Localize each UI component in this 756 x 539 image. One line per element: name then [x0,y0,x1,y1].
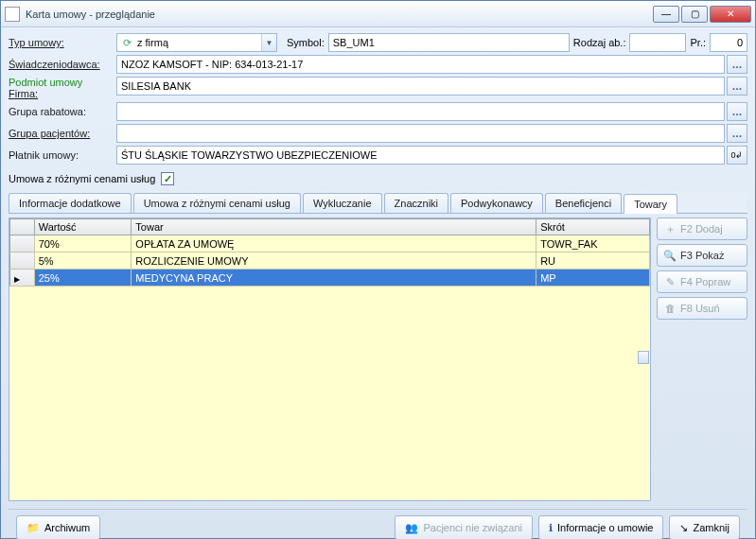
minimize-button[interactable]: — [653,6,679,23]
popraw-button[interactable]: ✎ F4 Popraw [657,270,747,293]
grupa-rabatowa-label: Grupa rabatowa: [9,106,113,117]
tab-wykluczanie[interactable]: Wykluczanie [303,193,382,213]
firma-label: Firma: [9,88,113,99]
col-towar[interactable]: Towar [132,219,536,235]
checkbox-label: Umowa z różnymi cenami usług [9,173,155,184]
symbol-input[interactable] [328,33,570,52]
archiwum-button[interactable]: 📁 Archiwum [16,515,100,539]
rozne-ceny-checkbox[interactable]: ✓ [161,172,174,185]
platnik-special-button[interactable]: 0↲ [727,146,747,165]
firma-input[interactable] [116,77,725,96]
tab-beneficjenci[interactable]: Beneficjenci [545,193,622,213]
search-icon: 🔍 [663,250,677,262]
plus-icon: ＋ [663,222,677,236]
scrollbar-nub[interactable] [638,351,649,364]
refresh-icon: ⟳ [120,36,133,49]
tab-rozne-ceny[interactable]: Umowa z różnymi cenami usług [133,193,301,213]
platnik-input[interactable] [116,146,725,165]
cell-skrot: TOWR_FAK [536,235,650,252]
tab-znaczniki[interactable]: Znaczniki [384,193,448,213]
symbol-label: Symbol: [287,37,325,48]
cell-towar: ROZLICZENIE UMOWY [132,252,536,270]
table-row[interactable]: 5%ROZLICZENIE UMOWYRU [10,252,650,270]
tab-podwykonawcy[interactable]: Podwykonawcy [450,193,543,213]
window: Karta umowy - przeglądanie — ▢ ✕ Typ umo… [0,0,756,539]
info-icon: ℹ [549,522,553,534]
footer: 📁 Archiwum 👥 Pacjenci nie związani ℹ Inf… [9,515,747,539]
podmiot-umowy-label: Podmiot umowy [9,77,113,88]
tabs: Informacje dodatkowe Umowa z różnymi cen… [9,191,747,214]
typ-umowy-label: Typ umowy: [9,37,113,48]
typ-umowy-combo[interactable]: ⟳ z firmą ▼ [116,33,277,52]
row-handle [10,270,35,287]
cell-skrot: MP [536,270,650,287]
people-icon: 👥 [405,522,418,534]
exit-icon: ↘ [679,522,688,534]
row-handle [10,252,35,270]
platnik-label: Płatnik umowy: [9,149,113,161]
table-row[interactable]: 25%MEDYCYNA PRACYMP [10,270,650,287]
grupa-pacjentow-label: Grupa pacjentów: [9,128,113,139]
maximize-button[interactable]: ▢ [681,6,708,23]
usun-button[interactable]: 🗑 F8 Usuń [657,297,747,320]
typ-umowy-value: z firmą [137,37,261,48]
cell-wartosc: 25% [34,270,132,287]
pr-label: Pr.: [690,37,706,48]
dodaj-button[interactable]: ＋ F2 Dodaj [657,217,747,240]
col-wartosc[interactable]: Wartość [34,219,132,235]
towary-grid[interactable]: Wartość Towar Skrót 70%OPŁATA ZA UMOWĘTO… [9,218,650,287]
row-handle-header [10,219,35,235]
side-buttons: ＋ F2 Dodaj 🔍 F3 Pokaż ✎ F4 Popraw 🗑 F8 U… [657,217,747,501]
swiadczeniodawca-input[interactable] [116,55,725,74]
grupa-pacjentow-browse-button[interactable]: … [727,124,747,143]
chevron-down-icon[interactable]: ▼ [261,34,276,51]
rodzaj-input[interactable] [629,33,686,52]
table-row[interactable]: 70%OPŁATA ZA UMOWĘTOWR_FAK [10,235,650,252]
tab-towary[interactable]: Towary [624,194,677,214]
cell-wartosc: 70% [34,235,132,252]
col-skrot[interactable]: Skrót [536,219,650,235]
pokaz-button[interactable]: 🔍 F3 Pokaż [657,244,747,267]
grupa-rabatowa-input[interactable] [116,102,725,121]
close-button[interactable]: ✕ [710,6,751,23]
grid-area: Wartość Towar Skrót 70%OPŁATA ZA UMOWĘTO… [9,217,651,501]
titlebar: Karta umowy - przeglądanie — ▢ ✕ [1,1,755,27]
cell-skrot: RU [536,252,650,270]
cell-wartosc: 5% [34,252,132,270]
window-icon [5,7,20,22]
row-handle [10,235,35,252]
swiadczeniodawca-browse-button[interactable]: … [727,55,747,74]
informacje-button[interactable]: ℹ Informacje o umowie [538,515,664,539]
cell-towar: MEDYCYNA PRACY [132,270,536,287]
grupa-rabatowa-browse-button[interactable]: … [727,102,747,121]
tab-informacje-dodatkowe[interactable]: Informacje dodatkowe [9,193,132,213]
trash-icon: 🗑 [663,303,677,314]
window-title: Karta umowy - przeglądanie [26,9,653,20]
archive-icon: 📁 [26,522,40,534]
content: Typ umowy: ⟳ z firmą ▼ Symbol: Rodzaj ab… [1,27,755,539]
pacjenci-button[interactable]: 👥 Pacjenci nie związani [395,515,533,539]
rodzaj-label: Rodzaj ab.: [573,37,626,48]
firma-browse-button[interactable]: … [727,77,747,96]
divider [9,509,747,510]
window-buttons: — ▢ ✕ [653,6,751,23]
pr-input[interactable] [710,33,747,52]
edit-icon: ✎ [663,276,677,288]
cell-towar: OPŁATA ZA UMOWĘ [132,235,536,252]
grupa-pacjentow-input[interactable] [116,124,725,143]
swiadczeniodawca-label: Świadczeniodawca: [9,59,113,70]
zamknij-button[interactable]: ↘ Zamknij [669,515,740,539]
